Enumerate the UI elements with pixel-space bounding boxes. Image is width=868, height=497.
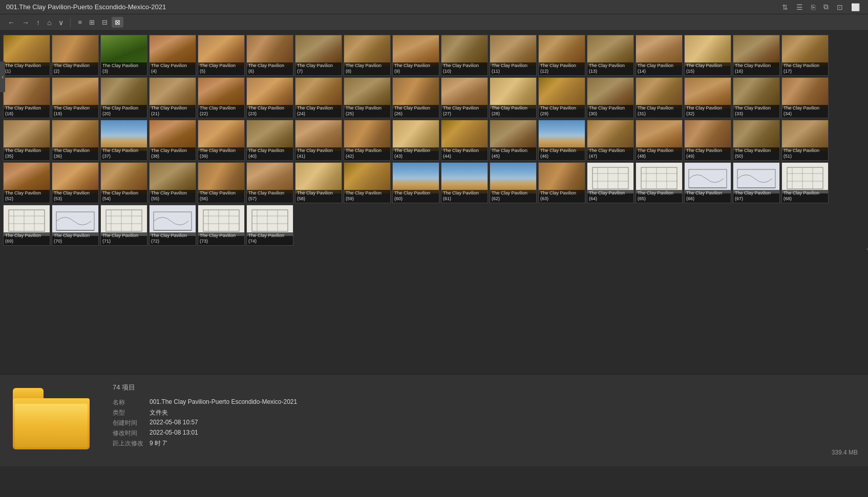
list-item[interactable]: The Clay Pavilion (73) <box>198 205 245 246</box>
list-item[interactable]: The Clay Pavilion (72) <box>149 205 196 246</box>
windows-btn[interactable]: ⧉ <box>821 2 831 12</box>
list-item[interactable]: The Clay Pavilion (65) <box>636 162 683 203</box>
list-item[interactable]: The Clay Pavilion (32) <box>684 77 731 118</box>
list-item[interactable]: The Clay Pavilion (14) <box>636 35 683 76</box>
list-item[interactable]: The Clay Pavilion (37) <box>100 120 147 161</box>
list-item[interactable]: The Clay Pavilion (60) <box>392 162 439 203</box>
list-item[interactable]: The Clay Pavilion (16) <box>733 35 780 76</box>
list-view-btn[interactable]: ≡ <box>75 17 85 28</box>
list-item[interactable]: The Clay Pavilion (33) <box>733 77 780 118</box>
list-item[interactable]: The Clay Pavilion (25) <box>344 77 391 118</box>
list-item[interactable]: The Clay Pavilion (52) <box>3 162 50 203</box>
list-item[interactable]: The Clay Pavilion (4) <box>149 35 196 76</box>
list-item[interactable]: The Clay Pavilion (62) <box>490 162 537 203</box>
list-item[interactable]: The Clay Pavilion (27) <box>441 77 488 118</box>
list-item[interactable]: The Clay Pavilion (64) <box>587 162 634 203</box>
chevron-btn[interactable]: ∨ <box>56 17 66 28</box>
list-item[interactable]: The Clay Pavilion (11) <box>490 35 537 76</box>
list-item[interactable]: The Clay Pavilion (45) <box>490 120 537 161</box>
list-item[interactable]: The Clay Pavilion (2) <box>52 35 99 76</box>
list-item[interactable]: The Clay Pavilion (13) <box>587 35 634 76</box>
list-item[interactable]: The Clay Pavilion (48) <box>636 120 683 161</box>
thumbnail-label: The Clay Pavilion (15) <box>685 62 731 75</box>
forward-btn[interactable]: → <box>19 17 32 28</box>
list-item[interactable]: The Clay Pavilion (66) <box>684 162 731 203</box>
list-item[interactable]: The Clay Pavilion (55) <box>149 162 196 203</box>
list-item[interactable]: The Clay Pavilion (38) <box>149 120 196 161</box>
list-item[interactable]: The Clay Pavilion (24) <box>295 77 342 118</box>
list-item[interactable]: The Clay Pavilion (51) <box>781 120 829 161</box>
list-item[interactable]: The Clay Pavilion (36) <box>52 120 99 161</box>
list-item[interactable]: The Clay Pavilion (31) <box>636 77 683 118</box>
list-item[interactable]: The Clay Pavilion (26) <box>392 77 439 118</box>
list-item[interactable]: The Clay Pavilion (1) <box>3 35 50 76</box>
list-item[interactable]: The Clay Pavilion (53) <box>52 162 99 203</box>
list-item[interactable]: The Clay Pavilion (63) <box>538 162 585 203</box>
list-item[interactable]: The Clay Pavilion (5) <box>198 35 245 76</box>
list-item[interactable]: The Clay Pavilion (21) <box>149 77 196 118</box>
list-item[interactable]: The Clay Pavilion (15) <box>684 35 731 76</box>
thumbnail-label: The Clay Pavilion (54) <box>101 190 147 203</box>
list-item[interactable]: The Clay Pavilion (3) <box>100 35 147 76</box>
list-item[interactable]: The Clay Pavilion (22) <box>198 77 245 118</box>
split-btn[interactable]: ⊡ <box>835 2 845 12</box>
list-item[interactable]: The Clay Pavilion (40) <box>246 120 293 161</box>
list-item[interactable]: The Clay Pavilion (8) <box>344 35 391 76</box>
list-item[interactable]: The Clay Pavilion (44) <box>441 120 488 161</box>
list-item[interactable]: The Clay Pavilion (28) <box>490 77 537 118</box>
list-item[interactable]: The Clay Pavilion (61) <box>441 162 488 203</box>
list-item[interactable]: The Clay Pavilion (67) <box>733 162 780 203</box>
list-item[interactable]: The Clay Pavilion (50) <box>733 120 780 161</box>
list-item[interactable]: The Clay Pavilion (17) <box>781 35 829 76</box>
list-item[interactable]: The Clay Pavilion (35) <box>3 120 50 161</box>
thumbnail-label: The Clay Pavilion (2) <box>52 62 98 75</box>
list-item[interactable]: The Clay Pavilion (34) <box>781 77 829 118</box>
list-item[interactable]: The Clay Pavilion (18) <box>3 77 50 118</box>
detail-grid-btn[interactable]: ⊟ <box>99 17 111 28</box>
home-btn[interactable]: ⌂ <box>45 17 54 28</box>
maximize-btn[interactable]: ⬜ <box>849 2 862 12</box>
thumbnail-label: The Clay Pavilion (74) <box>247 232 293 245</box>
small-grid-btn[interactable]: ⊞ <box>86 17 98 28</box>
list-view-btn[interactable]: ☰ <box>794 2 805 12</box>
list-item[interactable]: The Clay Pavilion (68) <box>781 162 829 203</box>
list-item[interactable]: The Clay Pavilion (19) <box>52 77 99 118</box>
list-item[interactable]: The Clay Pavilion (71) <box>100 205 147 246</box>
list-item[interactable]: The Clay Pavilion (46) <box>538 120 585 161</box>
list-item[interactable]: The Clay Pavilion (29) <box>538 77 585 118</box>
list-item[interactable]: The Clay Pavilion (9) <box>392 35 439 76</box>
thumbnail-label: The Clay Pavilion (4) <box>150 62 196 75</box>
list-item[interactable]: The Clay Pavilion (47) <box>587 120 634 161</box>
thumbnail-label: The Clay Pavilion (72) <box>150 232 196 245</box>
list-item[interactable]: The Clay Pavilion (12) <box>538 35 585 76</box>
list-item[interactable]: The Clay Pavilion (70) <box>52 205 99 246</box>
list-item[interactable]: The Clay Pavilion (23) <box>246 77 293 118</box>
thumbnail-label: The Clay Pavilion (30) <box>587 105 633 118</box>
right-panel-toggle[interactable]: › <box>866 246 868 251</box>
list-item[interactable]: The Clay Pavilion (49) <box>684 120 731 161</box>
list-item[interactable]: The Clay Pavilion (7) <box>295 35 342 76</box>
sidebar-toggle[interactable]: ‹ <box>0 61 5 92</box>
copy-btn[interactable]: ⎘ <box>809 2 817 12</box>
list-item[interactable]: The Clay Pavilion (10) <box>441 35 488 76</box>
list-item[interactable]: The Clay Pavilion (30) <box>587 77 634 118</box>
list-item[interactable]: The Clay Pavilion (59) <box>344 162 391 203</box>
sort-btn[interactable]: ⇅ <box>780 2 790 12</box>
list-item[interactable]: The Clay Pavilion (20) <box>100 77 147 118</box>
list-item[interactable]: The Clay Pavilion (54) <box>100 162 147 203</box>
list-item[interactable]: The Clay Pavilion (41) <box>295 120 342 161</box>
modified-label: 修改时间 <box>113 429 143 438</box>
list-item[interactable]: The Clay Pavilion (74) <box>246 205 293 246</box>
list-item[interactable]: The Clay Pavilion (42) <box>344 120 391 161</box>
list-item[interactable]: The Clay Pavilion (57) <box>246 162 293 203</box>
list-item[interactable]: The Clay Pavilion (58) <box>295 162 342 203</box>
list-item[interactable]: The Clay Pavilion (39) <box>198 120 245 161</box>
up-btn[interactable]: ↑ <box>34 17 43 28</box>
back-btn[interactable]: ← <box>5 17 17 28</box>
large-grid-btn[interactable]: ⊠ <box>112 17 123 28</box>
list-item[interactable]: The Clay Pavilion (6) <box>246 35 293 76</box>
svg-rect-14 <box>737 169 775 188</box>
list-item[interactable]: The Clay Pavilion (43) <box>392 120 439 161</box>
list-item[interactable]: The Clay Pavilion (56) <box>198 162 245 203</box>
list-item[interactable]: The Clay Pavilion (69) <box>3 205 50 246</box>
